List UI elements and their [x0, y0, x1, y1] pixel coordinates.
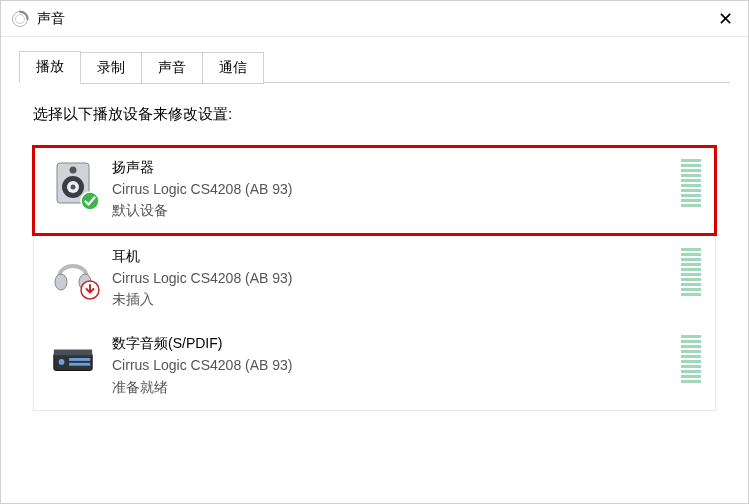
spdif-icon: [48, 333, 98, 385]
close-icon: ✕: [718, 8, 733, 30]
device-text: 耳机 Cirrus Logic CS4208 (AB 93) 未插入: [112, 246, 681, 311]
instruction-text: 选择以下播放设备来修改设置:: [33, 105, 716, 124]
window-title: 声音: [37, 10, 702, 28]
tab-sounds[interactable]: 声音: [141, 52, 203, 84]
svg-point-6: [70, 167, 77, 174]
device-desc: Cirrus Logic CS4208 (AB 93): [112, 268, 681, 290]
svg-point-7: [81, 192, 99, 210]
speaker-icon: [48, 157, 98, 209]
device-name: 扬声器: [112, 157, 681, 179]
svg-rect-14: [69, 358, 90, 361]
level-meter: [681, 248, 701, 296]
tab-content-playback: 选择以下播放设备来修改设置: 扬声器: [19, 82, 730, 411]
device-status: 准备就绪: [112, 377, 681, 399]
device-desc: Cirrus Logic CS4208 (AB 93): [112, 355, 681, 377]
device-item-spdif[interactable]: 数字音频(S/PDIF) Cirrus Logic CS4208 (AB 93)…: [34, 323, 715, 410]
titlebar: 声音 ✕: [1, 1, 748, 37]
unplugged-icon: [80, 280, 100, 300]
tab-recording[interactable]: 录制: [80, 52, 142, 84]
svg-point-8: [55, 274, 67, 290]
tab-strip: 播放 录制 声音 通信: [1, 37, 748, 83]
svg-point-13: [59, 359, 65, 365]
device-name: 耳机: [112, 246, 681, 268]
close-button[interactable]: ✕: [702, 1, 748, 37]
device-status: 未插入: [112, 289, 681, 311]
device-text: 扬声器 Cirrus Logic CS4208 (AB 93) 默认设备: [112, 157, 681, 222]
device-name: 数字音频(S/PDIF): [112, 333, 681, 355]
svg-point-5: [71, 185, 76, 190]
device-item-headphones[interactable]: 耳机 Cirrus Logic CS4208 (AB 93) 未插入: [34, 236, 715, 323]
device-item-speakers[interactable]: 扬声器 Cirrus Logic CS4208 (AB 93) 默认设备: [34, 147, 715, 234]
device-text: 数字音频(S/PDIF) Cirrus Logic CS4208 (AB 93)…: [112, 333, 681, 398]
svg-rect-15: [69, 363, 90, 366]
level-meter: [681, 159, 701, 207]
level-meter: [681, 335, 701, 383]
tab-communications[interactable]: 通信: [202, 52, 264, 84]
svg-rect-12: [54, 350, 92, 356]
device-desc: Cirrus Logic CS4208 (AB 93): [112, 179, 681, 201]
tab-playback[interactable]: 播放: [19, 51, 81, 83]
svg-point-1: [16, 14, 25, 23]
playback-device-list: 扬声器 Cirrus Logic CS4208 (AB 93) 默认设备: [33, 146, 716, 411]
device-status: 默认设备: [112, 200, 681, 222]
default-check-icon: [80, 191, 100, 211]
headphones-icon: [48, 246, 98, 298]
sound-control-icon: [11, 10, 29, 28]
